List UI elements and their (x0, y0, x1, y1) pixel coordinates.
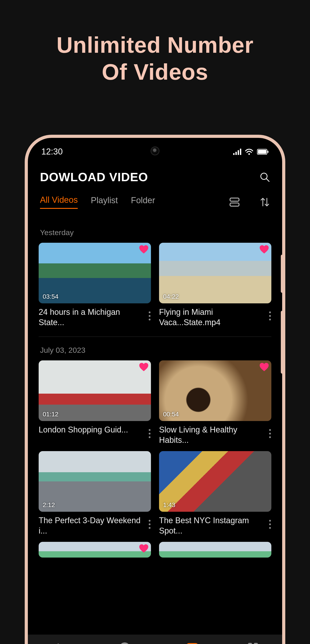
svg-point-13 (149, 315, 151, 317)
svg-point-16 (269, 315, 271, 317)
video-card[interactable]: 01:12 London Shopping Guid... (39, 360, 151, 445)
svg-point-17 (269, 319, 271, 320)
heart-icon[interactable] (259, 245, 269, 254)
sort-icon[interactable] (260, 197, 270, 207)
video-title: The Best NYC Instagram Spot... (159, 515, 266, 536)
more-icon[interactable] (148, 515, 151, 529)
svg-rect-33 (254, 643, 258, 644)
video-thumbnail[interactable]: 03:54 (39, 243, 151, 303)
more-grid-icon (247, 642, 258, 644)
section-date: Yesterday (40, 228, 270, 237)
status-time: 12:30 (41, 147, 63, 156)
tabs-row: All Videos Playlist Folder (28, 188, 282, 211)
section-divider (39, 336, 271, 337)
svg-point-22 (269, 433, 271, 434)
video-duration: 01:12 (43, 411, 58, 418)
video-thumbnail[interactable]: 2:12 (39, 451, 151, 512)
svg-point-30 (119, 642, 130, 644)
svg-rect-6 (258, 150, 266, 154)
heart-icon[interactable] (139, 245, 149, 254)
more-icon[interactable] (269, 307, 271, 321)
heart-icon[interactable] (139, 363, 149, 372)
video-thumbnail[interactable]: 00:54 (159, 360, 271, 421)
phone-side-button (281, 311, 283, 374)
headline-line2: Of Videos (102, 59, 208, 84)
more-icon[interactable] (148, 424, 151, 438)
svg-point-27 (269, 520, 271, 522)
video-thumbnail[interactable]: 01:12 (39, 360, 151, 421)
bottom-nav: Home Download Videos More (28, 634, 282, 644)
nav-home[interactable]: Home (50, 642, 67, 644)
headline-line1: Unlimited Number (56, 32, 253, 58)
svg-rect-0 (233, 153, 234, 155)
nav-more[interactable]: More (246, 642, 260, 644)
video-card[interactable] (159, 542, 271, 558)
video-duration: 1:43 (163, 502, 175, 508)
video-card[interactable]: 2:12 The Perfect 3-Day Weekend i... (39, 451, 151, 536)
svg-rect-2 (238, 150, 239, 155)
video-title: Slow Living & Healthy Habits... (159, 424, 266, 445)
video-title: 24 hours in a Michigan State... (39, 307, 146, 328)
nav-download[interactable]: Download (111, 642, 139, 644)
video-card[interactable]: 03:54 24 hours in a Michigan State... (39, 243, 151, 328)
nav-videos[interactable]: Videos (183, 643, 202, 644)
video-title: London Shopping Guid... (39, 424, 146, 435)
video-duration: 00:54 (163, 411, 179, 418)
video-duration: 2:12 (43, 502, 55, 508)
svg-point-12 (149, 312, 151, 313)
video-card[interactable]: 00:54 Slow Living & Healthy Habits... (159, 360, 271, 445)
phone-frame: 12:30 DOWLOAD VIDEO All Videos Playlist … (25, 135, 285, 644)
svg-rect-7 (267, 151, 268, 153)
phone-camera (151, 146, 159, 156)
page-title: DOWLOAD VIDEO (40, 170, 148, 184)
svg-point-26 (149, 527, 151, 529)
signal-icon (233, 149, 241, 155)
svg-point-15 (269, 312, 271, 313)
svg-point-23 (269, 436, 271, 438)
more-icon[interactable] (269, 424, 271, 438)
video-thumbnail[interactable] (159, 542, 271, 558)
promo-headline: Unlimited Number Of Videos (0, 0, 310, 94)
svg-rect-10 (230, 198, 239, 201)
content-scroll[interactable]: Yesterday 03:54 24 hours in a Michigan S… (28, 211, 282, 558)
video-duration: 03:54 (43, 293, 58, 300)
video-card[interactable]: 1:43 The Best NYC Instagram Spot... (159, 451, 271, 536)
section-date: July 03, 2023 (40, 346, 270, 354)
heart-icon[interactable] (139, 544, 149, 553)
home-icon (52, 642, 64, 644)
svg-point-19 (149, 433, 151, 434)
svg-point-25 (149, 524, 151, 525)
more-icon[interactable] (148, 307, 151, 321)
video-title: The Perfect 3-Day Weekend i... (39, 515, 146, 536)
heart-icon[interactable] (259, 363, 269, 372)
tab-playlist[interactable]: Playlist (91, 196, 118, 208)
video-thumbnail[interactable]: 1:43 (159, 451, 271, 512)
video-thumbnail[interactable]: 04:22 (159, 243, 271, 303)
svg-point-21 (269, 429, 271, 431)
svg-point-29 (269, 527, 271, 529)
svg-point-20 (149, 436, 151, 438)
svg-point-14 (149, 319, 151, 320)
svg-rect-32 (248, 643, 252, 644)
tab-folder[interactable]: Folder (131, 196, 155, 208)
video-duration: 04:22 (163, 293, 179, 300)
svg-rect-1 (235, 152, 237, 155)
video-thumbnail[interactable] (39, 542, 151, 558)
videos-icon (186, 643, 199, 644)
tab-all-videos[interactable]: All Videos (40, 195, 78, 209)
video-card[interactable]: 04:22 Flying in Miami Vaca...State.mp4 (159, 243, 271, 328)
svg-point-28 (269, 524, 271, 525)
svg-rect-11 (230, 203, 239, 206)
wifi-icon (245, 149, 253, 155)
download-icon (119, 642, 130, 644)
more-icon[interactable] (269, 515, 271, 529)
search-icon[interactable] (259, 172, 270, 182)
battery-icon (257, 149, 269, 155)
svg-rect-3 (240, 149, 241, 155)
video-card[interactable] (39, 542, 151, 558)
svg-line-9 (266, 179, 269, 182)
svg-point-18 (149, 429, 151, 431)
video-title: Flying in Miami Vaca...State.mp4 (159, 307, 266, 328)
layout-toggle-icon[interactable] (229, 198, 240, 207)
phone-side-button (281, 255, 283, 293)
